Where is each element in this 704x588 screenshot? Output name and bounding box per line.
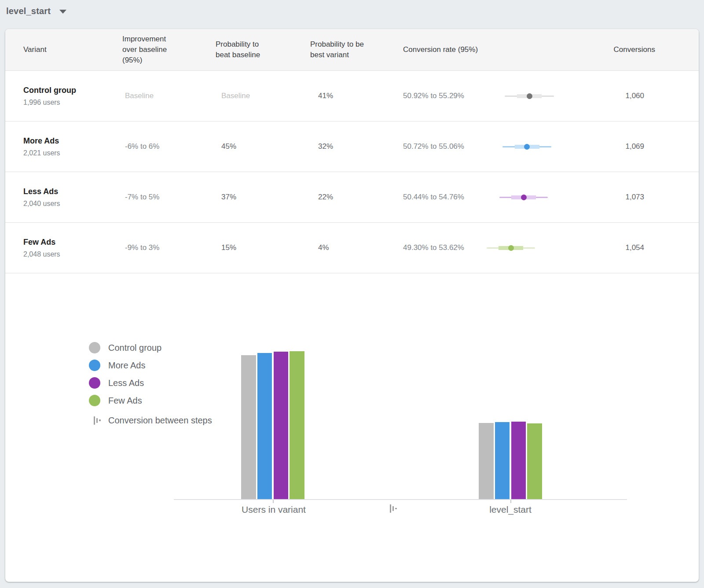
interval-dot xyxy=(508,245,514,251)
conversions-value: 1,073 xyxy=(625,193,644,202)
variant-users: 2,021 users xyxy=(23,149,60,157)
variant-users: 1,996 users xyxy=(23,99,76,107)
experiment-results-page: { "metric_selector": { "label": "level_s… xyxy=(0,0,704,588)
prob-best-variant-value: 41% xyxy=(318,92,333,100)
variant-users: 2,040 users xyxy=(23,200,60,208)
variant-name: More Ads xyxy=(23,136,60,146)
variant-name: Less Ads xyxy=(23,187,60,196)
interval-box xyxy=(517,94,542,98)
conversions-value: 1,054 xyxy=(625,243,644,252)
conversions-value: 1,060 xyxy=(625,92,644,100)
conversion-interval xyxy=(5,223,699,273)
improvement-value: -7% to 5% xyxy=(125,193,159,202)
interval-line xyxy=(487,247,535,249)
interval-dot xyxy=(527,93,532,99)
prob-beat-baseline-value: 45% xyxy=(221,142,236,151)
interval-box xyxy=(511,195,536,199)
conversion-rate-value: 50.44% to 54.76% xyxy=(403,193,464,202)
column-header-conversion-rate: Conversion rate (95%) xyxy=(403,29,517,70)
improvement-value: -6% to 6% xyxy=(125,142,159,151)
prob-best-variant-value: 4% xyxy=(318,243,329,252)
conversion-interval xyxy=(5,172,699,222)
prob-beat-baseline-value: 37% xyxy=(221,193,236,202)
table-row: More Ads 2,021 users -6% to 6% 45% 32% 5… xyxy=(5,121,699,172)
improvement-value: -9% to 3% xyxy=(125,243,159,252)
conversion-rate-value: 50.92% to 55.29% xyxy=(403,92,464,100)
prob-best-variant-value: 22% xyxy=(318,193,333,202)
metric-selector[interactable]: level_start xyxy=(6,4,66,18)
column-header-conversions: Conversions xyxy=(614,29,656,70)
variant-name: Control group xyxy=(23,86,76,95)
column-header-variant: Variant xyxy=(23,29,47,70)
variant-cell: Less Ads 2,040 users xyxy=(23,187,60,208)
column-header-prob-beat-baseline: Probability to beat baseline xyxy=(216,29,269,70)
improvement-value: Baseline xyxy=(125,92,154,100)
prob-beat-baseline-value: 15% xyxy=(221,243,236,252)
variant-cell: More Ads 2,021 users xyxy=(23,136,60,157)
conversion-interval xyxy=(5,71,699,121)
table-row: Less Ads 2,040 users -7% to 5% 37% 22% 5… xyxy=(5,172,699,223)
variant-name: Few Ads xyxy=(23,238,60,247)
conversion-rate-value: 49.30% to 53.62% xyxy=(403,243,464,252)
prob-beat-baseline-value: Baseline xyxy=(221,92,250,100)
variant-users: 2,048 users xyxy=(23,250,60,258)
interval-box xyxy=(515,145,539,149)
variant-cell: Few Ads 2,048 users xyxy=(23,238,60,258)
interval-dot xyxy=(524,144,530,150)
table-header: Variant Improvement over baseline (95%) … xyxy=(5,29,699,71)
column-header-improvement: Improvement over baseline (95%) xyxy=(122,29,177,70)
conversions-value: 1,069 xyxy=(625,142,644,151)
conversion-rate-value: 50.72% to 55.06% xyxy=(403,142,464,151)
table-row: Few Ads 2,048 users -9% to 3% 15% 4% 49.… xyxy=(5,223,699,273)
metric-selector-label: level_start xyxy=(6,6,51,16)
interval-line xyxy=(502,146,551,147)
conversion-interval xyxy=(5,121,699,172)
results-card: Variant Improvement over baseline (95%) … xyxy=(5,29,699,582)
table-row: Control group 1,996 users Baseline Basel… xyxy=(5,71,699,121)
variant-cell: Control group 1,996 users xyxy=(23,86,76,107)
dropdown-arrow-icon xyxy=(59,10,66,14)
prob-best-variant-value: 32% xyxy=(318,142,333,151)
column-header-prob-best-variant: Probability to be best variant xyxy=(310,29,369,70)
interval-dot xyxy=(521,195,527,200)
interval-line xyxy=(505,96,554,97)
interval-line xyxy=(499,197,548,198)
interval-box xyxy=(499,246,523,250)
